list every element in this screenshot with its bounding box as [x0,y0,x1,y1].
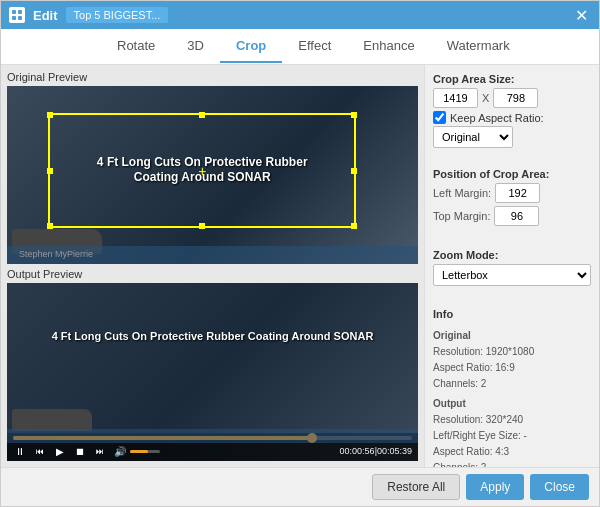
info-output-channels: Channels: 2 [433,460,591,467]
top-margin-label: Top Margin: [433,210,490,222]
output-preview-container: 4 Ft Long Cuts On Protective Rubber Coat… [7,283,418,461]
svg-rect-3 [18,16,22,20]
tab-3d[interactable]: 3D [171,30,220,63]
crop-handle-tm[interactable] [199,112,205,118]
original-video-text: 4 Ft Long Cuts On Protective Rubber Coat… [73,155,332,186]
tab-rotate[interactable]: Rotate [101,30,171,63]
info-output-title: Output [433,396,591,412]
crop-handle-tl[interactable] [47,112,53,118]
keep-aspect-row: Keep Aspect Ratio: [433,111,591,124]
restore-all-button[interactable]: Restore All [372,474,460,500]
right-panel: Crop Area Size: X Keep Aspect Ratio: Ori… [424,65,599,467]
left-margin-input[interactable] [495,183,540,203]
window-close-button[interactable]: ✕ [571,5,591,25]
stop-button[interactable]: ⏹ [73,444,87,458]
tab-crop[interactable]: Crop [220,30,282,63]
zoom-section: Zoom Mode: Letterbox [433,249,591,286]
titlebar: Edit Top 5 BIGGEST... ✕ [1,1,599,29]
crop-handle-bl[interactable] [47,223,53,229]
crop-box[interactable]: + 4 Ft Long Cuts On Protective Rubber Co… [48,113,356,229]
time-display: 00:00:56|00:05:39 [340,446,412,456]
tab-watermark[interactable]: Watermark [431,30,526,63]
crop-size-row: X [433,88,591,108]
info-output-aspect: Aspect Ratio: 4:3 [433,444,591,460]
app-icon [9,7,25,23]
tab-bar: Rotate 3D Crop Effect Enhance Watermark [1,29,599,65]
zoom-title: Zoom Mode: [433,249,591,261]
info-output-resolution: Resolution: 320*240 [433,412,591,428]
main-window: Edit Top 5 BIGGEST... ✕ Rotate 3D Crop E… [0,0,600,507]
crop-height-input[interactable] [493,88,538,108]
crop-width-input[interactable] [433,88,478,108]
apply-button[interactable]: Apply [466,474,524,500]
position-title: Position of Crop Area: [433,168,591,180]
output-preview-section: Output Preview 4 Ft Long Cuts On Protect… [7,268,418,461]
crop-area-title: Crop Area Size: [433,73,591,85]
keep-aspect-checkbox[interactable] [433,111,446,124]
volume-bar[interactable] [130,450,160,453]
close-button[interactable]: Close [530,474,589,500]
volume-control: 🔊 [113,444,160,458]
play-button[interactable]: ▶ [53,444,67,458]
crop-area-size-section: Crop Area Size: X Keep Aspect Ratio: Ori… [433,73,591,148]
svg-rect-1 [18,10,22,14]
svg-rect-0 [12,10,16,14]
info-section: Info Original Resolution: 1920*1080 Aspe… [433,306,591,467]
svg-rect-2 [12,16,16,20]
next-frame-button[interactable]: ⏭ [93,444,107,458]
zoom-mode-select[interactable]: Letterbox [433,264,591,286]
crop-x-label: X [482,92,489,104]
info-title: Info [433,306,591,324]
output-preview-label: Output Preview [7,268,418,280]
original-preview-section: Original Preview Stephen MyPierrie [7,71,418,264]
watermark-text: Stephen MyPierrie [19,249,93,259]
output-video-text: 4 Ft Long Cuts On Protective Rubber Coat… [38,329,387,343]
main-content: Original Preview Stephen MyPierrie [1,65,599,467]
previous-frame-button[interactable]: ⏮ [33,444,47,458]
info-original-title: Original [433,328,591,344]
playback-controls: ⏸ ⏮ ▶ ⏹ ⏭ 🔊 00:00:56|00:05:39 [13,444,412,458]
volume-fill [130,450,148,453]
keep-aspect-label: Keep Aspect Ratio: [450,112,544,124]
original-preview-container: Stephen MyPierrie + 4 Ft Long Cuts On [7,86,418,264]
crop-handle-bm[interactable] [199,223,205,229]
tab-enhance[interactable]: Enhance [347,30,430,63]
output-water-decor [7,429,418,443]
info-output-eye: Left/Right Eye Size: - [433,428,591,444]
left-panel: Original Preview Stephen MyPierrie [1,65,424,467]
crop-handle-tr[interactable] [351,112,357,118]
crop-handle-br[interactable] [351,223,357,229]
bottom-bar: Restore All Apply Close [1,467,599,506]
original-preview-label: Original Preview [7,71,418,83]
top-margin-row: Top Margin: [433,206,591,226]
left-margin-label: Left Margin: [433,187,491,199]
info-original-channels: Channels: 2 [433,376,591,392]
info-original-resolution: Resolution: 1920*1080 [433,344,591,360]
aspect-ratio-select[interactable]: Original [433,126,513,148]
play-pause-button[interactable]: ⏸ [13,444,27,458]
volume-icon[interactable]: 🔊 [113,444,127,458]
crop-handle-ml[interactable] [47,168,53,174]
top-margin-input[interactable] [494,206,539,226]
left-margin-row: Left Margin: [433,183,591,203]
output-ship-decor [12,409,92,431]
window-title: Edit [33,8,58,23]
info-original-aspect: Aspect Ratio: 16:9 [433,360,591,376]
crop-handle-mr[interactable] [351,168,357,174]
active-file-tab[interactable]: Top 5 BIGGEST... [66,7,169,23]
position-section: Position of Crop Area: Left Margin: Top … [433,168,591,229]
tab-effect[interactable]: Effect [282,30,347,63]
